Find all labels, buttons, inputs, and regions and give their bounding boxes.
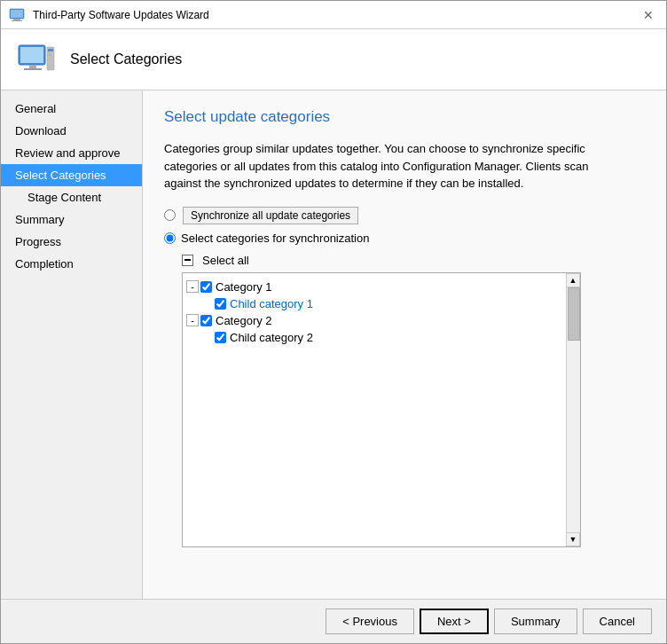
cb-child2[interactable] — [215, 332, 226, 343]
sidebar-item-summary[interactable]: Summary — [1, 208, 142, 231]
header-icon — [15, 38, 58, 81]
svg-rect-11 — [48, 58, 53, 59]
tree-section: Select all - Category 1 Child cat — [182, 254, 645, 547]
wizard-window: Third-Party Software Updates Wizard ✕ Se… — [0, 0, 667, 644]
label-child1: Child category 1 — [230, 297, 313, 310]
main-content: Select update categories Categories grou… — [143, 90, 666, 599]
close-button[interactable]: ✕ — [638, 4, 659, 26]
page-title: Select update categories — [164, 108, 645, 126]
header-bar: Select Categories — [1, 29, 666, 90]
svg-rect-3 — [11, 10, 23, 18]
footer: < Previous Next > Summary Cancel — [1, 599, 666, 643]
label-cat1: Category 1 — [216, 280, 272, 294]
titlebar: Third-Party Software Updates Wizard ✕ — [1, 1, 666, 29]
scrollbar-down-arrow[interactable]: ▼ — [566, 532, 580, 546]
sidebar: General Download Review and approve Sele… — [1, 90, 143, 599]
window-title: Third-Party Software Updates Wizard — [33, 9, 638, 21]
label-cat2: Category 2 — [216, 314, 272, 327]
cb-child1[interactable] — [215, 298, 226, 310]
svg-point-10 — [49, 54, 51, 56]
tree-content[interactable]: - Category 1 Child category 1 - — [183, 273, 580, 546]
previous-button[interactable]: < Previous — [326, 609, 414, 634]
svg-rect-5 — [20, 47, 43, 63]
svg-rect-6 — [29, 65, 36, 68]
header-title: Select Categories — [70, 51, 182, 67]
select-all-checkbox[interactable] — [182, 255, 193, 266]
radio-specific-input[interactable] — [164, 232, 176, 244]
svg-rect-9 — [48, 49, 53, 51]
radio-all-input[interactable] — [164, 209, 176, 221]
cb-cat1[interactable] — [200, 281, 212, 293]
radio-group: Synchronize all update categories Select… — [164, 207, 645, 245]
tree-node-cat1: - Category 1 — [186, 279, 564, 295]
radio-specific-label: Select categories for synchronization — [181, 232, 369, 245]
scrollbar-thumb[interactable] — [568, 287, 580, 341]
next-button[interactable]: Next > — [420, 609, 489, 634]
sidebar-item-general[interactable]: General — [1, 98, 142, 120]
radio-all-option: Synchronize all update categories — [164, 207, 645, 224]
tree-node-child1: Child category 1 — [215, 295, 564, 312]
tree-node-cat2: - Category 2 — [186, 312, 564, 329]
scrollbar-up-arrow[interactable]: ▲ — [566, 273, 580, 287]
sidebar-item-completion[interactable]: Completion — [1, 253, 142, 275]
expander-cat1[interactable]: - — [186, 280, 199, 293]
sidebar-item-select-categories[interactable]: Select Categories — [1, 164, 142, 186]
tree-node-child2: Child category 2 — [215, 329, 564, 346]
sidebar-item-stage-content[interactable]: Stage Content — [1, 186, 142, 208]
svg-rect-1 — [13, 19, 20, 20]
label-child2: Child category 2 — [230, 331, 313, 344]
select-all-label: Select all — [202, 254, 249, 267]
cb-cat2[interactable] — [200, 315, 212, 326]
svg-rect-2 — [12, 20, 22, 21]
content-area: General Download Review and approve Sele… — [1, 90, 666, 599]
select-all-row: Select all — [182, 254, 645, 267]
expander-cat2[interactable]: - — [186, 314, 199, 326]
titlebar-icon — [8, 6, 26, 24]
svg-rect-7 — [24, 68, 42, 70]
summary-button[interactable]: Summary — [494, 609, 577, 634]
tree-box: - Category 1 Child category 1 - — [182, 272, 581, 547]
sidebar-item-progress[interactable]: Progress — [1, 231, 142, 253]
sidebar-item-review[interactable]: Review and approve — [1, 142, 142, 164]
radio-specific-option: Select categories for synchronization — [164, 232, 645, 245]
sync-all-button[interactable]: Synchronize all update categories — [183, 207, 358, 224]
cancel-button[interactable]: Cancel — [583, 609, 652, 634]
description-text: Categories group similar updates togethe… — [164, 140, 625, 192]
sidebar-item-download[interactable]: Download — [1, 120, 142, 142]
scrollbar-track: ▲ ▼ — [566, 273, 580, 546]
